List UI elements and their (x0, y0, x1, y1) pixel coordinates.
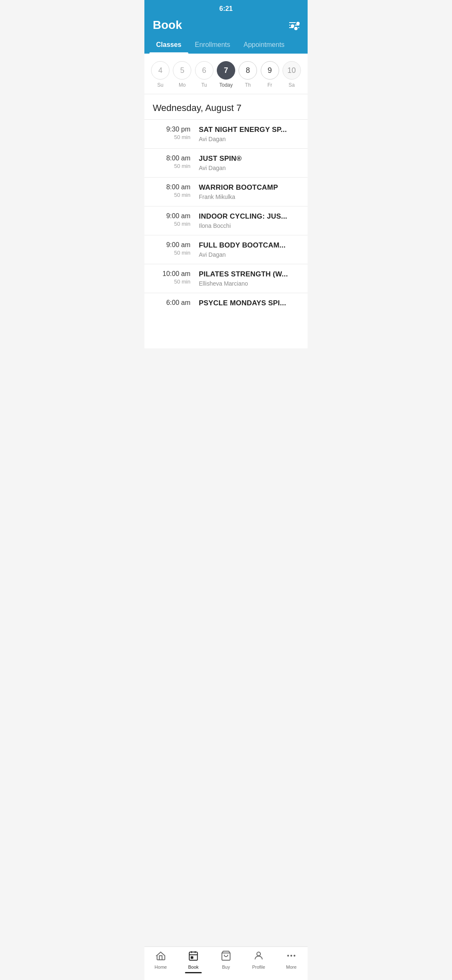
class-info-2: WARRIOR BOOTCAMP Frank Mikulka (199, 183, 299, 200)
class-info-1: JUST SPIN® Avi Dagan (199, 155, 299, 171)
class-info-0: SAT NIGHT ENERGY SP... Avi Dagan (199, 126, 299, 142)
day-number-3: 7 (217, 61, 235, 80)
class-item-5[interactable]: 10:00 am 50 min PILATES STRENGTH (W... E… (144, 264, 308, 293)
class-time-1: 8:00 am 50 min (153, 155, 199, 169)
day-item-2[interactable]: 6 Tu (195, 61, 214, 88)
day-label-4: Th (245, 82, 251, 88)
day-label-5: Fr (267, 82, 272, 88)
tab-appointments[interactable]: Appointments (237, 37, 291, 54)
class-item-1[interactable]: 8:00 am 50 min JUST SPIN® Avi Dagan (144, 148, 308, 177)
day-label-1: Mo (179, 82, 186, 88)
day-item-1[interactable]: 5 Mo (172, 61, 192, 88)
day-number-5: 9 (261, 61, 279, 80)
class-info-4: FULL BODY BOOTCAM... Avi Dagan (199, 241, 299, 258)
day-number-2: 6 (195, 61, 213, 80)
day-number-4: 8 (239, 61, 257, 80)
class-info-5: PILATES STRENGTH (W... Ellisheva Marcian… (199, 270, 299, 287)
day-label-3: Today (219, 82, 233, 88)
class-item-0[interactable]: 9:30 pm 50 min SAT NIGHT ENERGY SP... Av… (144, 119, 308, 148)
day-label-0: Su (157, 82, 164, 88)
class-time-5: 10:00 am 50 min (153, 270, 199, 285)
class-info-6: PSYCLE MONDAYS SPI... (199, 299, 299, 309)
tab-classes[interactable]: Classes (149, 37, 188, 54)
header: Book (144, 15, 308, 37)
calendar-strip: 4 Su 5 Mo 6 Tu 7 Today 8 Th 9 Fr 10 Sa (144, 54, 308, 94)
status-bar: 6:21 (144, 0, 308, 15)
class-time-6: 6:00 am (153, 299, 199, 307)
page-title: Book (153, 18, 182, 37)
class-time-3: 9:00 am 50 min (153, 212, 199, 227)
class-time-0: 9:30 pm 50 min (153, 126, 199, 140)
class-item-4[interactable]: 9:00 am 50 min FULL BODY BOOTCAM... Avi … (144, 235, 308, 264)
class-item-3[interactable]: 9:00 am 50 min INDOOR CYCLING: JUS... Il… (144, 206, 308, 235)
class-info-3: INDOOR CYCLING: JUS... Ilona Bocchi (199, 212, 299, 229)
tab-bar: Classes Enrollments Appointments (144, 37, 308, 54)
date-heading: Wednesday, August 7 (144, 94, 308, 119)
filter-button[interactable] (289, 22, 299, 33)
tab-enrollments[interactable]: Enrollments (188, 37, 237, 54)
day-label-6: Sa (288, 82, 295, 88)
status-time: 6:21 (219, 5, 233, 12)
day-number-0: 4 (151, 61, 170, 80)
class-time-2: 8:00 am 50 min (153, 183, 199, 198)
day-item-4[interactable]: 8 Th (238, 61, 257, 88)
day-number-6: 10 (282, 61, 301, 80)
class-time-4: 9:00 am 50 min (153, 241, 199, 256)
content-area: Wednesday, August 7 9:30 pm 50 min SAT N… (144, 94, 308, 348)
day-label-2: Tu (201, 82, 207, 88)
day-item-0[interactable]: 4 Su (151, 61, 170, 88)
day-number-1: 5 (173, 61, 191, 80)
day-item-6[interactable]: 10 Sa (282, 61, 301, 88)
day-item-5[interactable]: 9 Fr (260, 61, 280, 88)
day-item-3[interactable]: 7 Today (216, 61, 236, 88)
class-item-6[interactable]: 6:00 am PSYCLE MONDAYS SPI... (144, 293, 308, 315)
class-item-2[interactable]: 8:00 am 50 min WARRIOR BOOTCAMP Frank Mi… (144, 177, 308, 206)
